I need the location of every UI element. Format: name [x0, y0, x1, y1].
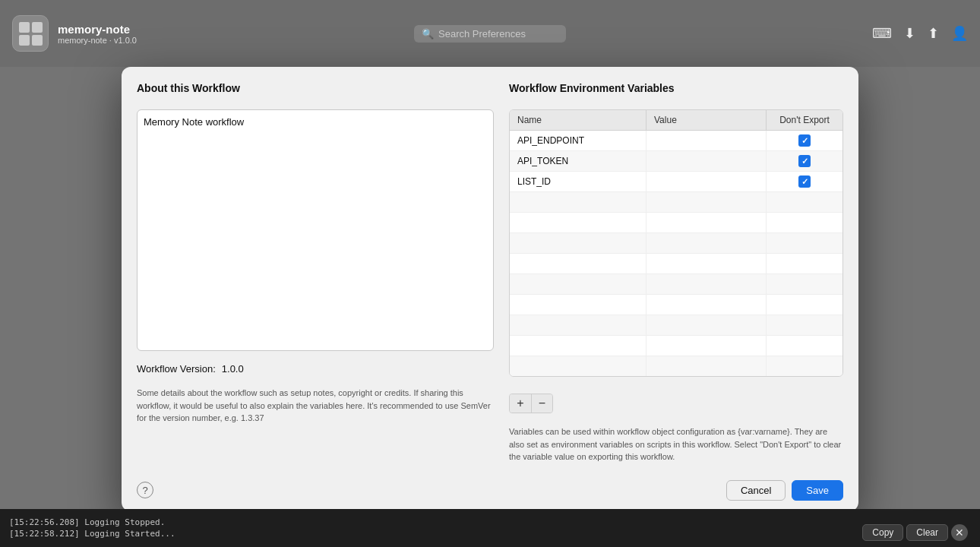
log-line-1: [15:22:56.208] Logging Stopped. — [9, 517, 971, 527]
table-row — [510, 274, 842, 295]
table-row — [510, 295, 842, 315]
save-button[interactable]: Save — [792, 480, 843, 501]
env-table: Name Value Don't Export API_ENDPOINT — [509, 109, 843, 377]
right-panel: Workflow Environment Variables Name Valu… — [494, 82, 843, 463]
cancel-button[interactable]: Cancel — [726, 480, 786, 501]
top-bar-actions: ⌨ ⬇ ⬆ 👤 — [872, 25, 968, 42]
version-row: Workflow Version: 1.0.0 — [137, 363, 494, 375]
log-panel: [15:22:56.208] Logging Stopped. [15:22:5… — [0, 509, 980, 547]
table-row — [510, 336, 842, 356]
log-line-2: [15:22:58.212] Logging Started... — [9, 529, 971, 539]
table-row — [510, 192, 842, 213]
row1-name: API_ENDPOINT — [510, 131, 646, 150]
share-icon[interactable]: ⬆ — [928, 25, 939, 42]
app-title: memory-note — [58, 23, 137, 36]
row3-name: LIST_ID — [510, 172, 646, 191]
table-row — [510, 315, 842, 336]
col-value: Value — [646, 110, 767, 130]
debug-icon[interactable]: ⌨ — [872, 25, 892, 42]
row2-export[interactable] — [767, 151, 842, 171]
dialog-overlay: About this Workflow Memory Note workflow… — [0, 67, 980, 547]
col-dont-export: Don't Export — [767, 110, 842, 130]
table-row[interactable]: API_TOKEN — [510, 151, 842, 172]
remove-row-button[interactable]: − — [531, 394, 552, 413]
left-panel-title: About this Workflow — [137, 82, 494, 94]
workflow-description: Some details about the workflow such as … — [137, 387, 494, 425]
clear-button[interactable]: Clear — [906, 524, 948, 541]
table-row — [510, 213, 842, 233]
right-panel-title: Workflow Environment Variables — [509, 82, 843, 94]
table-controls: + − — [509, 394, 553, 413]
row3-value[interactable] — [646, 172, 767, 191]
row3-export[interactable] — [767, 172, 842, 191]
help-button[interactable]: ? — [137, 482, 153, 498]
top-bar: memory-note memory-note · v1.0.0 🔍 ⌨ ⬇ ⬆… — [0, 0, 980, 67]
search-icon: 🔍 — [422, 28, 434, 40]
row2-value[interactable] — [646, 151, 767, 171]
app-subtitle: memory-note · v1.0.0 — [58, 36, 137, 45]
version-label: Workflow Version: — [137, 363, 216, 375]
search-input[interactable] — [438, 28, 558, 40]
table-row — [510, 233, 842, 254]
close-log-button[interactable]: ✕ — [951, 524, 968, 541]
export-icon[interactable]: ⬇ — [904, 25, 915, 42]
table-row[interactable]: LIST_ID — [510, 172, 842, 192]
col-name: Name — [510, 110, 646, 130]
row1-export[interactable] — [767, 131, 842, 150]
row2-name: API_TOKEN — [510, 151, 646, 171]
app-icon — [12, 15, 49, 52]
workflow-dialog: About this Workflow Memory Note workflow… — [122, 67, 858, 511]
user-icon[interactable]: 👤 — [951, 25, 968, 42]
dialog-body: About this Workflow Memory Note workflow… — [122, 67, 858, 463]
table-body: API_ENDPOINT API_TOKEN — [510, 131, 842, 376]
row2-checkbox[interactable] — [798, 155, 811, 167]
bottom-right-buttons: Copy Clear ✕ — [862, 524, 968, 541]
table-row[interactable]: API_ENDPOINT — [510, 131, 842, 151]
row1-value[interactable] — [646, 131, 767, 150]
row3-checkbox[interactable] — [798, 175, 811, 188]
version-value: 1.0.0 — [222, 363, 244, 375]
about-textarea[interactable]: Memory Note workflow — [137, 109, 494, 351]
table-row — [510, 254, 842, 274]
table-header: Name Value Don't Export — [510, 110, 842, 131]
row1-checkbox[interactable] — [798, 134, 811, 147]
search-bar[interactable]: 🔍 — [414, 25, 566, 43]
env-description: Variables can be used within workflow ob… — [509, 425, 843, 463]
copy-button[interactable]: Copy — [862, 524, 903, 541]
add-row-button[interactable]: + — [510, 394, 531, 413]
dialog-footer: ? Cancel Save — [122, 470, 858, 511]
left-panel: About this Workflow Memory Note workflow… — [137, 82, 494, 463]
app-title-block: memory-note memory-note · v1.0.0 — [58, 23, 137, 45]
app-header: memory-note memory-note · v1.0.0 — [12, 15, 137, 52]
table-row — [510, 356, 842, 376]
main-background: About this Workflow Memory Note workflow… — [0, 67, 980, 547]
